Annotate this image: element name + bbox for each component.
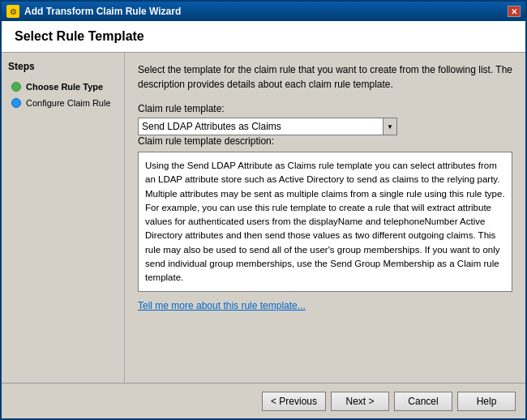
- sidebar-label-configure: Configure Claim Rule: [26, 98, 111, 108]
- close-button[interactable]: ✕: [508, 6, 521, 17]
- page-header: Select Rule Template: [2, 21, 525, 53]
- help-link[interactable]: Tell me more about this rule template...: [138, 300, 306, 311]
- step-dot-choose-type: [11, 82, 21, 92]
- window-icon: ⚙: [6, 5, 19, 18]
- sidebar-item-configure[interactable]: Configure Claim Rule: [8, 96, 118, 109]
- sidebar: Steps Choose Rule Type Configure Claim R…: [2, 53, 125, 383]
- next-button[interactable]: Next >: [331, 392, 389, 411]
- template-dropdown-wrapper: Send LDAP Attributes as ClaimsSend Group…: [138, 118, 397, 135]
- help-button[interactable]: Help: [457, 392, 516, 411]
- template-field-label: Claim rule template:: [138, 103, 512, 114]
- title-bar: ⚙ Add Transform Claim Rule Wizard ✕: [2, 2, 525, 21]
- sidebar-item-choose-type[interactable]: Choose Rule Type: [8, 80, 118, 93]
- window-title: Add Transform Claim Rule Wizard: [24, 6, 181, 17]
- template-description-text: Using the Send LDAP Attribute as Claims …: [138, 152, 512, 292]
- prev-button[interactable]: < Previous: [262, 392, 326, 411]
- template-dropdown[interactable]: Send LDAP Attributes as ClaimsSend Group…: [138, 118, 397, 135]
- sidebar-label-choose-type: Choose Rule Type: [26, 82, 103, 92]
- desc-field-label: Claim rule template description:: [138, 135, 512, 147]
- step-dot-configure: [11, 98, 21, 108]
- page-title: Select Rule Template: [15, 29, 512, 44]
- footer: < Previous Next > Cancel Help: [2, 383, 525, 418]
- content-area: Select the template for the claim rule t…: [125, 53, 525, 383]
- intro-description: Select the template for the claim rule t…: [138, 62, 512, 92]
- wizard-window: ⚙ Add Transform Claim Rule Wizard ✕ Sele…: [0, 0, 527, 420]
- cancel-button[interactable]: Cancel: [394, 392, 452, 411]
- sidebar-title: Steps: [8, 61, 118, 72]
- help-link-area: Tell me more about this rule template...: [138, 300, 512, 311]
- main-content: Steps Choose Rule Type Configure Claim R…: [2, 53, 525, 383]
